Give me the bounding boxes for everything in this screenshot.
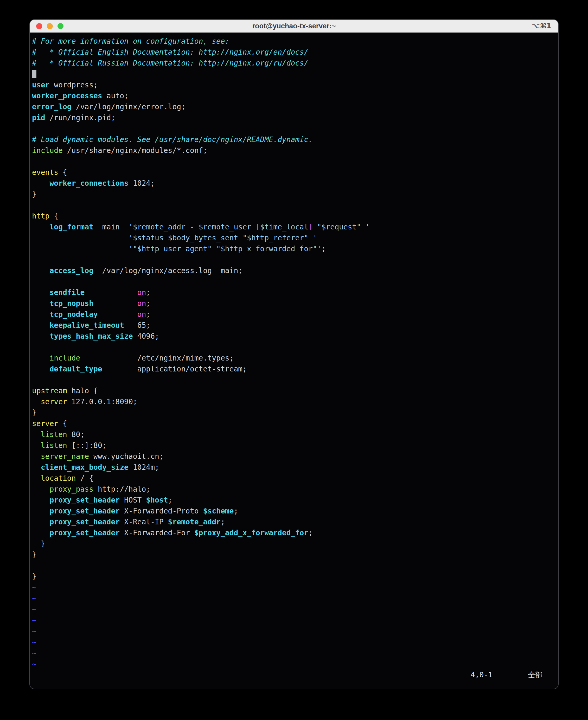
- code-line: proxy_set_header X-Forwarded-Proto $sche…: [32, 506, 556, 516]
- code-line: types_hash_max_size 4096;: [32, 331, 556, 342]
- code-line: log_format main '$remote_addr - $remote_…: [32, 221, 556, 233]
- code-line: access_log /var/log/nginx/access.log mai…: [32, 265, 556, 276]
- code-line: listen [::]:80;: [32, 440, 556, 451]
- code-line: keepalive_timeout 65;: [32, 320, 556, 331]
- code-line: }: [32, 189, 556, 200]
- code-line: # For more information on configuration,…: [32, 36, 556, 47]
- code-line: tcp_nopush on;: [32, 298, 556, 309]
- code-line: listen 80;: [32, 429, 556, 440]
- code-line: ~: [32, 593, 556, 604]
- code-line: '$status $body_bytes_sent "$http_referer…: [32, 233, 556, 243]
- titlebar[interactable]: root@yuchao-tx-server:~ ⌥⌘1: [30, 20, 558, 33]
- code-line: [32, 254, 556, 265]
- code-line: http {: [32, 211, 556, 221]
- block-cursor: [32, 70, 37, 78]
- code-line: proxy_set_header X-Forwarded-For $proxy_…: [32, 528, 556, 538]
- traffic-lights: [36, 23, 63, 29]
- code-line: events {: [32, 167, 556, 178]
- code-line: user wordpress;: [32, 80, 556, 90]
- code-line: [32, 342, 556, 353]
- code-line: [32, 156, 556, 167]
- terminal-window: root@yuchao-tx-server:~ ⌥⌘1 # For more i…: [29, 19, 559, 689]
- code-line: upstream halo {: [32, 385, 556, 397]
- code-line: ~: [32, 659, 556, 670]
- code-line: worker_processes auto;: [32, 90, 556, 102]
- code-line: server {: [32, 418, 556, 429]
- code-line: '"$http_user_agent" "$http_x_forwarded_f…: [32, 243, 556, 254]
- code-line: [32, 375, 556, 385]
- code-line: ~: [32, 582, 556, 593]
- code-line: worker_connections 1024;: [32, 178, 556, 189]
- code-line: proxy_set_header X-Real-IP $remote_addr;: [32, 516, 556, 528]
- code-line: [32, 123, 556, 134]
- code-line: server_name www.yuchaoit.cn;: [32, 451, 556, 462]
- code-line: sendfile on;: [32, 287, 556, 298]
- close-button[interactable]: [36, 23, 42, 29]
- code-line: }: [32, 571, 556, 582]
- zoom-button[interactable]: [58, 23, 63, 29]
- minimize-button[interactable]: [47, 23, 53, 29]
- code-line: [32, 276, 556, 287]
- code-line: error_log /var/log/nginx/error.log;: [32, 102, 556, 112]
- code-line: tcp_nodelay on;: [32, 309, 556, 320]
- code-line: ~: [32, 615, 556, 626]
- code-line: location / {: [32, 473, 556, 484]
- code-line: client_max_body_size 1024m;: [32, 462, 556, 473]
- code-line: [32, 560, 556, 571]
- code-line: proxy_pass http://halo;: [32, 484, 556, 495]
- code-line: [32, 200, 556, 211]
- code-line: # * Official English Documentation: http…: [32, 47, 556, 58]
- vim-buffer: # For more information on configuration,…: [32, 36, 556, 670]
- code-line: include /etc/nginx/mime.types;: [32, 353, 556, 364]
- code-line: ~: [32, 626, 556, 637]
- code-line: [32, 69, 556, 80]
- code-line: ~: [32, 648, 556, 659]
- vim-statusline: 4,0-1 全部: [32, 670, 556, 680]
- ruler-position: 4,0-1: [471, 670, 492, 680]
- code-line: }: [32, 549, 556, 560]
- window-title: root@yuchao-tx-server:~: [30, 22, 558, 30]
- terminal-screen[interactable]: # For more information on configuration,…: [30, 33, 558, 680]
- code-line: pid /run/nginx.pid;: [32, 112, 556, 123]
- code-line: ~: [32, 637, 556, 648]
- code-line: server 127.0.0.1:8090;: [32, 397, 556, 407]
- code-line: }: [32, 538, 556, 549]
- tab-shortcut-label: ⌥⌘1: [532, 22, 551, 30]
- code-line: }: [32, 407, 556, 418]
- code-line: default_type application/octet-stream;: [32, 364, 556, 375]
- code-line: # Load dynamic modules. See /usr/share/d…: [32, 134, 556, 145]
- code-line: proxy_set_header HOST $host;: [32, 495, 556, 506]
- scroll-position: 全部: [528, 670, 543, 680]
- code-line: # * Official Russian Documentation: http…: [32, 58, 556, 69]
- code-line: ~: [32, 604, 556, 615]
- code-line: include /usr/share/nginx/modules/*.conf;: [32, 145, 556, 156]
